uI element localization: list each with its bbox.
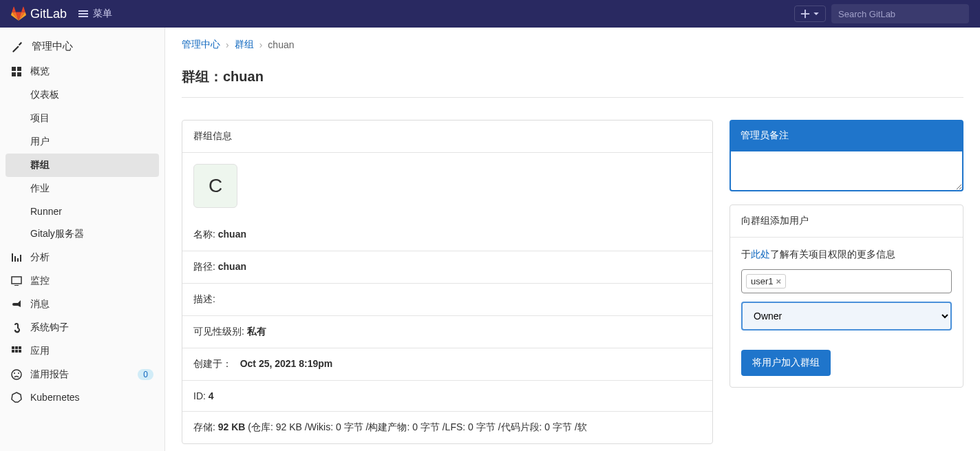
sidebar-item-label: 监控: [30, 275, 50, 287]
svg-rect-8: [12, 350, 14, 353]
hamburger-icon: [78, 8, 89, 19]
svg-point-13: [18, 373, 19, 374]
wrench-icon: [11, 41, 23, 53]
add-user-button[interactable]: 将用户加入群组: [741, 350, 831, 376]
sidebar-item-label: 系统钩子: [30, 322, 69, 334]
row-visibility: 可见性级别: 私有: [182, 316, 712, 348]
breadcrumb: 管理中心 › 群组 › chuan: [182, 39, 963, 51]
hook-icon: [11, 322, 22, 333]
admin-sidebar: 管理中心 概览 仪表板 项目 用户 群组 作业 Runner Gitaly服务器…: [0, 28, 165, 451]
sidebar-sub-runner[interactable]: Runner: [0, 200, 164, 222]
svg-rect-6: [15, 346, 18, 349]
apps-icon: [11, 346, 22, 357]
sidebar-sub-gitaly[interactable]: Gitaly服务器: [0, 222, 164, 246]
svg-marker-14: [12, 392, 21, 402]
breadcrumb-admin[interactable]: 管理中心: [182, 39, 220, 51]
sidebar-item-applications[interactable]: 应用: [0, 339, 164, 363]
group-avatar: C: [193, 164, 237, 208]
sidebar-sub-groups[interactable]: 群组: [6, 154, 159, 177]
sidebar-sub-jobs[interactable]: 作业: [0, 177, 164, 200]
breadcrumb-current: chuan: [268, 39, 294, 50]
sidebar-item-label: 滥用报告: [30, 368, 69, 381]
svg-rect-1: [17, 67, 21, 71]
permissions-link[interactable]: 此处: [751, 249, 770, 260]
abuse-badge: 0: [138, 369, 153, 380]
svg-rect-0: [12, 67, 16, 71]
sidebar-sub-users[interactable]: 用户: [0, 130, 164, 154]
plus-icon: [800, 9, 810, 19]
menu-toggle[interactable]: 菜单: [78, 8, 112, 20]
sidebar-item-label: Kubernetes: [30, 392, 80, 403]
sidebar-item-label: 概览: [30, 65, 50, 78]
remove-tag-icon[interactable]: ×: [776, 276, 782, 286]
sidebar-item-label: 应用: [30, 345, 50, 357]
sidebar-item-abuse[interactable]: 滥用报告 0: [0, 363, 164, 386]
sidebar-item-label: 消息: [30, 298, 50, 311]
svg-rect-2: [12, 72, 16, 76]
row-path: 路径: chuan: [182, 251, 712, 284]
svg-point-11: [12, 370, 21, 379]
group-info-header: 群组信息: [182, 120, 712, 153]
admin-notes-header: 管理员备注: [729, 120, 963, 151]
search-input[interactable]: [831, 4, 969, 23]
group-info-panel: 群组信息 C 名称: chuan 路径: chuan 描述:: [182, 120, 713, 444]
row-name: 名称: chuan: [182, 219, 712, 251]
row-created: 创建于： Oct 25, 2021 8:19pm: [182, 348, 712, 381]
dashboard-icon: [11, 66, 22, 77]
new-dropdown[interactable]: [794, 6, 826, 22]
svg-rect-10: [19, 350, 21, 353]
abuse-icon: [11, 369, 22, 380]
breadcrumb-groups[interactable]: 群组: [235, 39, 254, 51]
bullhorn-icon: [11, 299, 22, 310]
chevron-down-icon: [813, 10, 820, 17]
sidebar-item-label: 分析: [30, 251, 50, 264]
main-content: 管理中心 › 群组 › chuan 群组：chuan 群组信息 C 名称: ch…: [165, 28, 980, 451]
chart-icon: [11, 252, 22, 263]
breadcrumb-sep: ›: [226, 39, 229, 50]
sidebar-item-monitoring[interactable]: 监控: [0, 269, 164, 293]
top-navbar: GitLab 菜单: [0, 0, 980, 28]
svg-rect-3: [17, 72, 21, 76]
monitor-icon: [11, 275, 22, 286]
sidebar-title: 管理中心: [0, 33, 164, 60]
row-id: ID: 4: [182, 381, 712, 412]
admin-notes-panel: 管理员备注: [729, 120, 963, 193]
user-tag: user1 ×: [746, 274, 786, 289]
sidebar-item-analytics[interactable]: 分析: [0, 246, 164, 269]
permissions-hint: 于此处了解有关项目权限的更多信息: [741, 249, 952, 261]
role-select[interactable]: Owner: [741, 302, 952, 331]
sidebar-item-hooks[interactable]: 系统钩子: [0, 316, 164, 339]
svg-rect-9: [15, 350, 18, 353]
page-title: 群组：chuan: [182, 67, 963, 98]
sidebar-item-overview[interactable]: 概览: [0, 60, 164, 83]
row-storage: 存储: 92 KB (仓库: 92 KB /Wikis: 0 字节 /构建产物:…: [182, 412, 712, 443]
sidebar-sub-dashboard[interactable]: 仪表板: [0, 83, 164, 107]
sidebar-sub-projects[interactable]: 项目: [0, 107, 164, 130]
admin-notes-input[interactable]: [729, 151, 963, 191]
svg-point-12: [14, 373, 15, 374]
svg-rect-7: [19, 346, 21, 349]
add-user-panel: 向群组添加用户 于此处了解有关项目权限的更多信息 user1 × O: [729, 204, 963, 388]
brand-text: GitLab: [30, 7, 67, 21]
svg-rect-5: [12, 346, 14, 349]
breadcrumb-sep: ›: [259, 39, 263, 50]
row-description: 描述:: [182, 284, 712, 316]
user-select-input[interactable]: user1 ×: [741, 269, 952, 293]
add-user-header: 向群组添加用户: [730, 205, 963, 238]
menu-label: 菜单: [93, 8, 112, 20]
sidebar-item-kubernetes[interactable]: Kubernetes: [0, 386, 164, 408]
svg-rect-4: [12, 277, 21, 284]
gitlab-logo[interactable]: GitLab: [11, 6, 67, 21]
sidebar-item-messages[interactable]: 消息: [0, 293, 164, 316]
kubernetes-icon: [11, 392, 22, 403]
tanuki-icon: [11, 6, 26, 21]
